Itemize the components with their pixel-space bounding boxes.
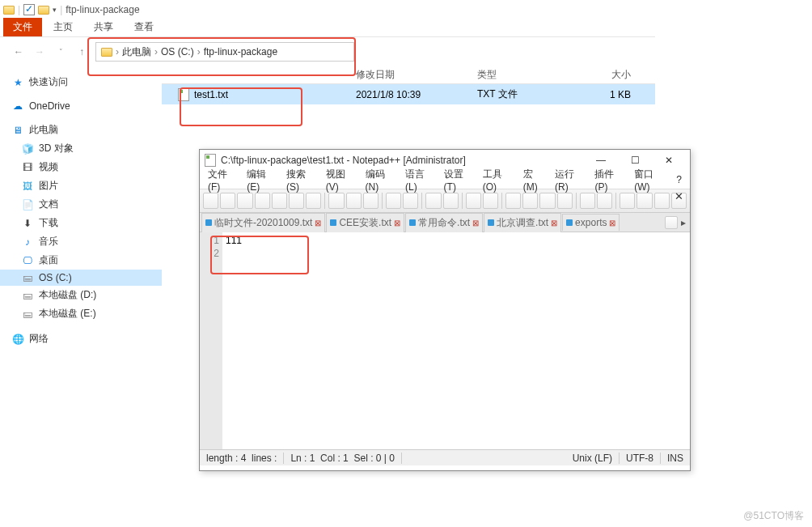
tab-menu-icon[interactable] (665, 216, 678, 229)
col-name[interactable] (162, 68, 356, 82)
folder-icon (3, 6, 15, 15)
wrap-icon[interactable] (522, 193, 538, 209)
menu-window[interactable]: 窗口(W) (631, 166, 671, 194)
sidebar-network[interactable]: 🌐网络 (0, 329, 162, 348)
find-icon[interactable] (425, 193, 441, 209)
indent-icon[interactable] (557, 193, 573, 209)
menu-encoding[interactable]: 编码(N) (362, 166, 400, 194)
file-icon (330, 219, 336, 226)
tab-close-icon[interactable]: ⊠ (551, 219, 557, 227)
sync-icon[interactable] (505, 193, 521, 209)
redo-icon[interactable] (403, 193, 418, 209)
function-list-icon[interactable] (597, 193, 612, 209)
file-size: 1 KB (574, 89, 639, 100)
notepad-icon (205, 154, 216, 167)
menu-run[interactable]: 运行(R) (552, 166, 590, 194)
menu-search[interactable]: 搜索(S) (283, 166, 321, 194)
editor-text[interactable]: 111 (222, 232, 690, 449)
sidebar-music[interactable]: ♪音乐 (0, 232, 162, 251)
chevron-right-icon: › (154, 46, 158, 57)
file-type: TXT 文件 (477, 87, 574, 101)
sidebar-quick-access[interactable]: ★快速访问 (0, 73, 162, 91)
sidebar-pictures[interactable]: 🖼图片 (0, 176, 162, 195)
col-size[interactable]: 大小 (574, 68, 639, 82)
close-file-icon[interactable] (272, 193, 287, 209)
ribbon-share[interactable]: 共享 (84, 18, 123, 36)
sidebar-downloads[interactable]: ⬇下载 (0, 214, 162, 232)
editor-tab[interactable]: exports⊠ (562, 214, 620, 231)
sidebar-desktop[interactable]: 🖵桌面 (0, 251, 162, 270)
tab-close-icon[interactable]: ⊠ (609, 219, 615, 227)
ribbon: 文件 主页 共享 查看 (0, 19, 655, 37)
col-date[interactable]: 修改日期 (356, 68, 477, 82)
breadcrumb[interactable]: › 此电脑 › OS (C:) › ftp-linux-package (95, 42, 354, 62)
sidebar-documents[interactable]: 📄文档 (0, 195, 162, 214)
close-all-icon[interactable] (289, 193, 304, 209)
menu-edit[interactable]: 编辑(E) (243, 166, 281, 194)
ribbon-file[interactable]: 文件 (3, 18, 42, 36)
menu-help[interactable]: ? (673, 172, 685, 187)
recent-dropdown[interactable]: ˅ (53, 45, 68, 59)
sidebar-onedrive[interactable]: ☁OneDrive (0, 98, 162, 114)
paste-icon[interactable] (363, 193, 379, 209)
menu-tools[interactable]: 工具(O) (480, 166, 518, 194)
qa-checkbox[interactable]: ✓ (23, 4, 35, 15)
sidebar-videos[interactable]: 🎞视频 (0, 158, 162, 176)
file-row[interactable]: test1.txt 2021/1/8 10:39 TXT 文件 1 KB (162, 84, 655, 104)
tab-label: 北京调查.txt (497, 216, 548, 230)
sidebar-drive-e[interactable]: 🖴本地磁盘 (E:) (0, 304, 162, 323)
title-sep: | (60, 4, 62, 15)
back-button[interactable]: ← (11, 45, 26, 59)
file-icon (205, 219, 212, 226)
sidebar-item-label: 此电脑 (29, 123, 58, 137)
sidebar-drive-d[interactable]: 🖴本地磁盘 (D:) (0, 286, 162, 304)
sidebar-item-label: OS (C:) (39, 272, 72, 283)
col-type[interactable]: 类型 (477, 68, 574, 82)
tab-close-icon[interactable]: ⊠ (472, 219, 479, 227)
sidebar-drive-c[interactable]: 🖴OS (C:) (0, 270, 162, 286)
up-button[interactable]: ↑ (74, 45, 89, 59)
folder-icon[interactable] (580, 193, 595, 209)
menu-settings[interactable]: 设置(T) (441, 166, 478, 194)
ribbon-home[interactable]: 主页 (44, 18, 82, 36)
show-all-icon[interactable] (539, 193, 555, 209)
editor-area: 1 2 111 (200, 232, 690, 449)
status-position: Ln : 1 Col : 1 Sel : 0 | 0 (284, 453, 402, 464)
menu-plugins[interactable]: 插件(P) (591, 166, 629, 194)
editor-tab[interactable]: 北京调查.txt⊠ (484, 213, 561, 232)
secondary-close[interactable]: ✕ (675, 190, 683, 202)
tab-scroll-icon[interactable]: ▸ (679, 217, 688, 228)
undo-icon[interactable] (386, 193, 401, 209)
bc-drive[interactable]: OS (C:) (161, 46, 194, 57)
sidebar-this-pc[interactable]: 🖥此电脑 (0, 121, 162, 139)
zoom-out-icon[interactable] (483, 193, 498, 209)
ribbon-view[interactable]: 查看 (125, 18, 163, 36)
zoom-in-icon[interactable] (466, 193, 481, 209)
editor-tab[interactable]: CEE安装.txt⊠ (326, 213, 404, 232)
editor-tab[interactable]: 临时文件-20201009.txt⊠ (201, 213, 325, 232)
record-icon[interactable] (620, 193, 635, 209)
sidebar-item-label: OneDrive (29, 100, 70, 112)
sidebar-3d-objects[interactable]: 🧊3D 对象 (0, 139, 162, 158)
replace-icon[interactable] (443, 193, 459, 209)
menu-view[interactable]: 视图(V) (323, 166, 361, 194)
menu-file[interactable]: 文件(F) (205, 166, 242, 194)
tab-close-icon[interactable]: ⊠ (315, 219, 321, 227)
new-icon[interactable] (203, 193, 218, 209)
open-icon[interactable] (220, 193, 235, 209)
save-all-icon[interactable] (255, 193, 270, 209)
stop-icon[interactable] (636, 193, 652, 209)
play-icon[interactable] (654, 193, 670, 209)
cut-icon[interactable] (328, 193, 344, 209)
print-icon[interactable] (306, 193, 321, 209)
bc-folder[interactable]: ftp-linux-package (204, 46, 277, 57)
save-icon[interactable] (237, 193, 252, 209)
forward-button[interactable]: → (32, 45, 47, 59)
editor-tab[interactable]: 常用命令.txt⊠ (405, 213, 483, 232)
copy-icon[interactable] (346, 193, 362, 209)
bc-root[interactable]: 此电脑 (122, 45, 151, 59)
menu-language[interactable]: 语言(L) (402, 166, 439, 194)
caret-down-icon[interactable]: ▾ (53, 6, 57, 14)
tab-close-icon[interactable]: ⊠ (394, 219, 400, 227)
menu-macro[interactable]: 宏(M) (520, 166, 550, 194)
